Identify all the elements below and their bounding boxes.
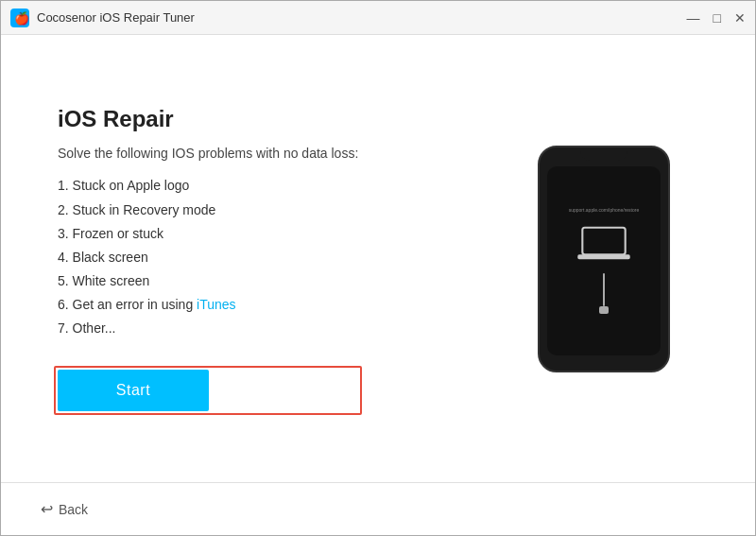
start-button-highlight <box>54 366 362 415</box>
subtitle-text: Solve the following IOS problems with no… <box>58 146 358 161</box>
list-item: 6. Get an error in using iTunes <box>58 293 358 317</box>
app-logo-icon: 🍎 <box>10 9 29 27</box>
left-panel: iOS Repair Solve the following IOS probl… <box>58 106 358 410</box>
cable <box>599 273 609 314</box>
page-title: iOS Repair <box>58 106 358 132</box>
list-item: 5. White screen <box>58 269 358 293</box>
screen-info-text: support.apple.com/iphone/restore <box>569 207 640 214</box>
problems-list: 1. Stuck on Apple logo 2. Stuck in Recov… <box>58 174 358 340</box>
list-item: 4. Black screen <box>58 246 358 269</box>
window-controls: — □ ✕ <box>687 11 746 25</box>
list-item: 1. Stuck on Apple logo <box>58 174 358 198</box>
cable-connector <box>599 306 609 314</box>
svg-text:🍎: 🍎 <box>14 10 29 26</box>
back-button[interactable]: ↩ Back <box>29 494 99 524</box>
close-button[interactable]: ✕ <box>734 11 746 25</box>
itunes-link[interactable]: iTunes <box>197 297 236 312</box>
phone-screen: support.apple.com/iphone/restore <box>547 166 661 355</box>
phone-illustration: support.apple.com/iphone/restore <box>538 146 670 372</box>
main-content: iOS Repair Solve the following IOS probl… <box>1 35 755 482</box>
cable-line <box>603 273 605 306</box>
itunes-icon: support.apple.com/iphone/restore <box>569 207 640 315</box>
list-item: 2. Stuck in Recovery mode <box>58 199 358 222</box>
bottom-bar: ↩ Back <box>1 482 755 535</box>
window-title: Cocosenor iOS Repair Tuner <box>37 10 687 25</box>
minimize-button[interactable]: — <box>687 11 700 25</box>
list-item: 7. Other... <box>58 317 358 340</box>
start-button-wrapper: Start <box>58 370 358 411</box>
app-window: 🍎 Cocosenor iOS Repair Tuner — □ ✕ iOS R… <box>0 0 756 536</box>
maximize-button[interactable]: □ <box>713 11 721 25</box>
back-label: Back <box>59 502 88 517</box>
list-item: 3. Frozen or stuck <box>58 222 358 246</box>
phone-shell: support.apple.com/iphone/restore <box>538 146 670 372</box>
svg-rect-3 <box>577 254 629 259</box>
right-panel: support.apple.com/iphone/restore <box>509 146 698 372</box>
back-arrow-icon: ↩ <box>41 500 53 518</box>
svg-rect-2 <box>582 228 625 255</box>
phone-notch <box>580 147 627 161</box>
title-bar: 🍎 Cocosenor iOS Repair Tuner — □ ✕ <box>1 1 755 35</box>
app-icon: 🍎 <box>10 9 29 27</box>
main-area: iOS Repair Solve the following IOS probl… <box>58 35 698 482</box>
laptop-icon <box>576 226 632 266</box>
